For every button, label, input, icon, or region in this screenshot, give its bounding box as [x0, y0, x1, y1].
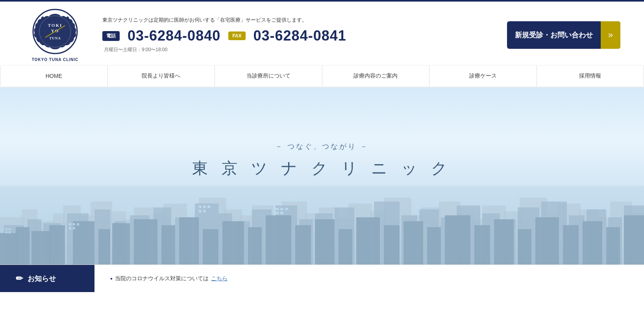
svg-rect-81: [73, 221, 94, 265]
city-background: [0, 186, 644, 265]
svg-rect-107: [6, 228, 7, 230]
clinic-logo[interactable]: TOKI YO TUNA: [31, 8, 79, 55]
svg-rect-111: [69, 223, 71, 226]
svg-rect-96: [403, 221, 423, 265]
svg-rect-89: [248, 227, 262, 265]
svg-rect-115: [73, 227, 75, 229]
notice-text: 当院のコロナウイルス対策については: [115, 275, 209, 282]
hero-subtitle: － つなぐ、つながり －: [192, 142, 452, 151]
svg-rect-125: [280, 212, 283, 214]
cta-arrow-icon: »: [601, 21, 620, 49]
svg-rect-121: [276, 208, 279, 210]
svg-rect-110: [9, 231, 11, 233]
svg-rect-119: [199, 210, 202, 213]
header-info: 東京ツナクリニックは定期的に医師がお伺いする「在宅医療」サービスをご提供します。…: [102, 17, 491, 53]
svg-rect-94: [356, 217, 380, 265]
fax-badge: FAX: [228, 31, 245, 40]
svg-rect-108: [9, 228, 11, 230]
svg-rect-90: [266, 215, 291, 265]
svg-rect-117: [203, 205, 206, 208]
svg-rect-91: [295, 225, 311, 265]
svg-rect-99: [474, 225, 490, 265]
svg-rect-120: [203, 210, 206, 213]
logo-area: TOKI YO TUNA TOKYO TUNA CLINIC: [24, 8, 87, 62]
header-tagline: 東京ツナクリニックは定期的に医師がお伺いする「在宅医療」サービスをご提供します。: [102, 17, 491, 24]
svg-rect-109: [6, 231, 7, 233]
nav-item-director[interactable]: 院長より皆様へ: [107, 65, 215, 87]
notice-link[interactable]: こちら: [211, 275, 228, 282]
svg-rect-86: [179, 217, 199, 265]
city-skyline: [0, 186, 644, 265]
svg-rect-77: [0, 233, 18, 265]
svg-rect-112: [73, 223, 75, 226]
svg-rect-79: [31, 231, 51, 265]
svg-rect-95: [384, 225, 400, 265]
notice-bar: ✏ お知らせ ● 当院のコロナウイルス対策については こちら: [0, 265, 644, 292]
svg-text:TUNA: TUNA: [49, 36, 61, 40]
svg-rect-116: [199, 205, 202, 208]
svg-rect-105: [606, 227, 620, 265]
svg-rect-87: [203, 229, 218, 265]
phone-number[interactable]: 03-6284-0840: [128, 28, 220, 44]
nav-bar: HOME 院長より皆様へ 当診療所について 診療内容のご案内 診療ケース 採用情…: [0, 65, 644, 87]
svg-rect-98: [445, 215, 470, 265]
svg-rect-82: [98, 229, 110, 265]
svg-text:YO: YO: [51, 28, 59, 33]
svg-rect-83: [112, 223, 130, 265]
hero-text-area: － つなぐ、つながり － 東 京 ツ ナ ク リ ニ ッ ク: [192, 142, 452, 179]
fax-number: 03-6284-0841: [254, 28, 346, 44]
svg-rect-93: [339, 229, 352, 265]
nav-item-about[interactable]: 当診療所について: [215, 65, 322, 87]
notice-label-text: お知らせ: [28, 274, 56, 283]
contact-row: 電話 03-6284-0840 FAX 03-6284-0841: [102, 28, 491, 44]
svg-rect-97: [427, 227, 441, 265]
svg-rect-118: [207, 205, 210, 208]
cta-button[interactable]: 新規受診・お問い合わせ »: [507, 21, 620, 49]
svg-text:TOKI: TOKI: [48, 23, 63, 28]
svg-rect-113: [77, 223, 79, 226]
svg-rect-78: [16, 227, 30, 265]
svg-rect-104: [583, 221, 602, 265]
cta-label: 新規受診・お問い合わせ: [507, 30, 601, 40]
svg-rect-80: [49, 225, 65, 265]
hero-section: － つなぐ、つながり － 東 京 ツ ナ ク リ ニ ッ ク: [0, 87, 644, 265]
notice-content: ● 当院のコロナウイルス対策については こちら: [94, 265, 243, 292]
notice-label-area: ✏ お知らせ: [0, 265, 94, 292]
hours-text: 月曜日〜土曜日：9:00〜18:00: [104, 46, 491, 53]
nav-item-recruitment[interactable]: 採用情報: [537, 65, 644, 87]
svg-rect-114: [69, 227, 71, 229]
nav-item-cases[interactable]: 診療ケース: [429, 65, 537, 87]
svg-rect-106: [624, 215, 644, 265]
svg-rect-85: [161, 225, 175, 265]
phone-badge: 電話: [102, 31, 120, 41]
svg-rect-100: [494, 219, 514, 265]
svg-rect-88: [222, 221, 244, 265]
nav-item-home[interactable]: HOME: [0, 66, 107, 86]
svg-rect-122: [280, 208, 283, 210]
svg-rect-124: [276, 212, 279, 214]
nav-item-treatment[interactable]: 診療内容のご案内: [322, 65, 429, 87]
svg-rect-84: [134, 219, 157, 265]
svg-rect-123: [285, 208, 288, 210]
hero-title: 東 京 ツ ナ ク リ ニ ッ ク: [192, 157, 452, 179]
svg-rect-101: [518, 229, 531, 265]
pencil-icon: ✏: [16, 274, 23, 284]
svg-rect-103: [563, 225, 579, 265]
svg-rect-102: [535, 217, 559, 265]
svg-rect-92: [315, 219, 335, 265]
notice-bullet: ●: [110, 276, 113, 281]
header: TOKI YO TUNA TOKYO TUNA CLINIC 東京ツナクリニック…: [0, 2, 644, 65]
logo-text: TOKYO TUNA CLINIC: [32, 57, 79, 62]
